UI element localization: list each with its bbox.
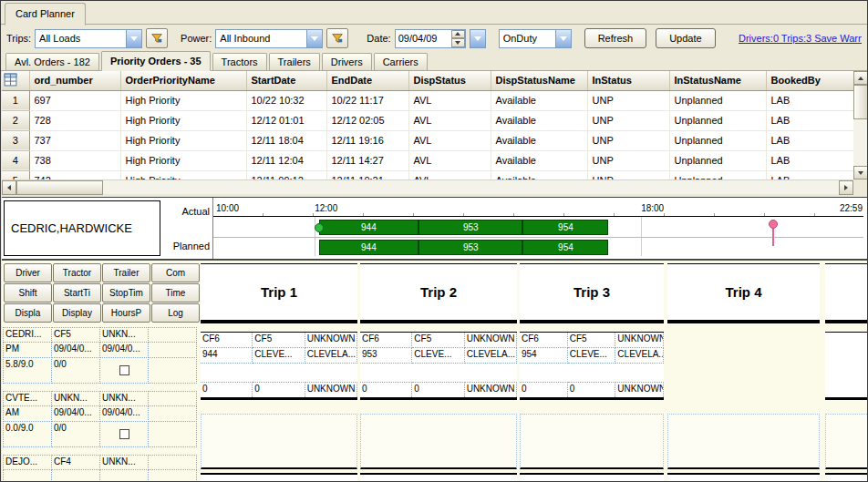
column-header[interactable]: OrderPriorityName (120, 71, 246, 90)
card-cell[interactable]: UNKN... (99, 391, 149, 406)
grid-cell[interactable]: Available (491, 110, 587, 130)
event-pin[interactable] (772, 221, 774, 246)
grid-settings-button[interactable] (2, 71, 29, 90)
card-cell[interactable] (148, 357, 197, 384)
grid-cell[interactable]: Available (491, 90, 587, 110)
card-cell[interactable]: CLEVELA... (305, 348, 357, 364)
card-cell[interactable]: UNKNOWN (615, 382, 664, 397)
card-cell[interactable]: UNKNOWN (305, 333, 357, 348)
card-cell[interactable]: 0 (360, 382, 412, 397)
card-cell[interactable]: 0 (520, 382, 568, 397)
grid-row[interactable]: 5 742 High Priority 12/11 09:12 12/11 10… (2, 170, 853, 179)
card-cell[interactable]: DEJO... (3, 455, 52, 470)
empty-slot[interactable] (520, 414, 664, 469)
empty-slot[interactable] (201, 414, 357, 469)
trip-header-card[interactable]: Trip 4 (667, 263, 820, 323)
grid-horizontal-scrollbar[interactable] (2, 179, 853, 194)
card-cell[interactable] (148, 327, 197, 343)
driver-card[interactable]: CVTE... UNKN... UNKN... AM 09/04/0... 09… (4, 391, 201, 447)
grid-cell[interactable]: LAB (766, 110, 853, 130)
tab-priority-orders[interactable]: Priority Orders - 35 (101, 51, 211, 71)
row-number[interactable]: 3 (2, 130, 29, 150)
grid-cell[interactable]: UNP (587, 110, 669, 130)
update-button[interactable]: Update (656, 28, 715, 48)
hours-button[interactable]: HoursP (102, 303, 150, 323)
refresh-button[interactable]: Refresh (584, 28, 647, 48)
grid-cell[interactable]: 12/11 10:21 (326, 170, 408, 179)
grid-cell[interactable]: 12/11 18:04 (246, 130, 326, 150)
grid-cell[interactable]: 12/11 12:04 (246, 150, 326, 170)
grid-cell[interactable]: LAB (766, 170, 853, 179)
column-header[interactable]: DispStatus (408, 71, 491, 90)
grid-cell[interactable]: 12/11 19:16 (326, 130, 408, 150)
card-cell[interactable]: 0/0 (51, 421, 100, 447)
card-cell[interactable]: CLEVE... (412, 348, 464, 364)
save-warnings-link[interactable]: Drivers:0 Trips:3 Save Warni (739, 33, 862, 44)
grid-cell[interactable]: 737 (29, 130, 120, 150)
trip-detail-card[interactable]: CF6 CF5 UNKNOWN 954 CLEVE... CLEVELA... … (520, 332, 664, 400)
card-cell[interactable] (148, 391, 197, 406)
date-field[interactable]: 09/04/09 (395, 29, 466, 48)
card-cell[interactable]: CLEVELA... (615, 348, 664, 364)
grid-cell[interactable]: 10/22 10:32 (246, 90, 326, 110)
card-cell[interactable]: 0 (201, 382, 253, 397)
card-cell[interactable]: 0.0/9.0 (3, 421, 52, 447)
grid-cell[interactable]: LAB (766, 150, 853, 170)
trip-bar[interactable]: 944 (319, 220, 419, 235)
driver-card[interactable]: DEJO... CF4 UNKN... (4, 455, 201, 481)
trailer-button[interactable]: Trailer (102, 263, 150, 282)
stop-time-button[interactable]: StopTim (102, 283, 150, 303)
grid-cell[interactable]: Available (491, 170, 587, 179)
grid-cell[interactable]: Unplanned (669, 170, 766, 179)
trip-bar[interactable]: 954 (522, 220, 608, 235)
column-header[interactable]: InStatusName (669, 71, 766, 90)
card-cell[interactable]: 953 (360, 348, 412, 364)
empty-slot[interactable] (825, 414, 868, 469)
chevron-down-icon[interactable] (555, 30, 571, 47)
grid-cell[interactable]: Unplanned (669, 130, 766, 150)
start-time-button[interactable]: StartTi (53, 283, 101, 303)
card-cell[interactable] (51, 469, 100, 481)
column-header[interactable]: StartDate (246, 71, 326, 90)
trip-header-card[interactable]: Trip 3 (520, 263, 664, 323)
grid-cell[interactable]: AVL (408, 110, 491, 130)
card-cell[interactable]: 954 (520, 348, 568, 364)
grid-row[interactable]: 2 728 High Priority 12/12 01:01 12/12 02… (2, 110, 853, 130)
card-cell[interactable]: AM (3, 405, 52, 422)
card-cell[interactable]: CF5 (568, 333, 616, 348)
chevron-down-icon[interactable] (306, 30, 322, 47)
grid-cell[interactable]: LAB (766, 90, 853, 110)
card-cell[interactable]: UNKN... (99, 455, 149, 470)
grid-row[interactable]: 1 697 High Priority 10/22 10:32 10/22 11… (2, 90, 853, 110)
card-cell[interactable]: 5.8/9.0 (3, 357, 52, 384)
card-cell[interactable] (148, 455, 197, 470)
trip-detail-card[interactable]: CF6 CF5 UNKNOWN 953 CLEVE... CLEVELA... … (360, 332, 517, 400)
grid-cell[interactable]: LAB (766, 130, 853, 150)
card-cell[interactable]: 0 (568, 382, 616, 397)
card-cell[interactable] (148, 405, 197, 422)
grid-cell[interactable]: Unplanned (669, 150, 766, 170)
grid-cell[interactable]: 728 (29, 110, 120, 130)
card-cell[interactable]: UNKNOWN (615, 333, 664, 348)
column-header[interactable]: EndDate (326, 71, 408, 90)
grid-cell[interactable]: 12/11 14:27 (326, 150, 408, 170)
column-header[interactable]: InStatus (587, 71, 669, 90)
card-cell[interactable]: PM (3, 342, 52, 358)
shift-button[interactable]: Shift (4, 283, 52, 303)
trip-bar[interactable]: 953 (418, 240, 522, 255)
scroll-left-icon[interactable] (2, 180, 16, 195)
grid-cell[interactable]: 697 (29, 90, 120, 110)
grid-row[interactable]: 4 738 High Priority 12/11 12:04 12/11 14… (2, 150, 853, 170)
card-cell[interactable] (148, 421, 197, 447)
grid-cell[interactable]: 742 (29, 170, 120, 179)
driver-card[interactable]: CEDRI... CF5 UNKN... PM 09/04/0... 09/04… (4, 327, 201, 384)
grid-cell[interactable]: 12/11 09:12 (246, 170, 326, 179)
grid-cell[interactable]: 12/12 02:05 (326, 110, 408, 130)
card-cell[interactable]: 0 (253, 382, 305, 397)
trips-dropdown[interactable]: All Loads (35, 29, 142, 48)
empty-slot[interactable] (360, 414, 517, 469)
vertical-scroll-thumb[interactable] (853, 85, 868, 119)
time-button[interactable]: Time (151, 283, 200, 303)
trip-detail-card[interactable]: CF6 CF5 UNKNOWN 944 CLEVE... CLEVELA... … (201, 332, 357, 400)
card-cell[interactable] (3, 469, 52, 481)
